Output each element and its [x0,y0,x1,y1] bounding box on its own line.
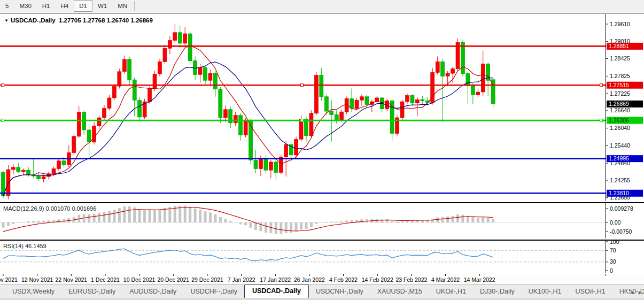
chart-tab-usdx[interactable]: USDX,Weekly [5,286,61,298]
svg-text:0: 0 [610,267,613,273]
date-label: 4 Feb 2022 [329,276,358,283]
rsi-chart[interactable]: 10070300 [0,241,644,273]
rsi-label: RSI(14) 46.1459 [3,243,46,249]
svg-text:1.24255: 1.24255 [610,177,630,183]
macd-chart[interactable]: 0.0092780.00-0.00750 [0,203,644,239]
tab-scroll-right-icon[interactable]: ► [638,290,642,295]
date-label: 12 Nov 2021 [21,276,53,283]
svg-text:1.26640: 1.26640 [610,107,630,113]
timeframe-button-d1[interactable]: D1 [74,0,92,12]
hline-handle[interactable] [2,119,4,122]
macd-panel[interactable]: 0.0092780.00-0.00750 MACD(12,26,9) 0.001… [0,203,644,240]
date-label: 20 Dec 2021 [158,276,190,283]
price-chart-panel[interactable]: 1.296101.290101.284251.278251.272251.266… [0,13,644,203]
svg-text:100: 100 [610,241,619,245]
chart-symbol-label: USDCAD-,Daily [11,17,56,24]
chart-tab-dj30[interactable]: DJ30-,Daily [473,286,522,298]
timeframe-button-mn[interactable]: MN [112,0,133,12]
svg-text:1.26869: 1.26869 [609,101,629,107]
date-label: 23 Feb 2022 [395,276,427,283]
svg-text:30: 30 [610,258,616,265]
date-label: 17 Jan 2022 [260,276,291,283]
hline-handle[interactable] [301,84,304,87]
svg-text:0.009278: 0.009278 [610,205,633,212]
svg-text:1.27825: 1.27825 [610,73,630,79]
tab-nav: ◄ ► [630,290,642,295]
date-label: 7 Jan 2022 [228,276,255,283]
candlesticks[interactable] [2,24,495,199]
chart-tab-xauusd[interactable]: XAUUSD-,M15 [370,286,429,298]
timeframe-button-5[interactable]: 5 [0,0,14,12]
price-chart[interactable]: 1.296101.290101.284251.278251.272251.266… [0,14,644,201]
trading-platform-window: 5M30H1H4D1W1MN 1.296101.290101.284251.27… [0,0,644,300]
svg-text:1.28425: 1.28425 [610,55,630,61]
macd-label: MACD(12,26,9) 0.001070 0.001696 [3,205,96,212]
timeframe-button-w1[interactable]: W1 [92,0,112,12]
date-label: 10 Dec 2021 [123,276,156,283]
date-label: 26 Jan 2022 [294,276,325,283]
svg-text:1.27515: 1.27515 [609,82,629,88]
rsi-panel[interactable]: 10070300 RSI(14) 46.1459 [0,240,644,274]
date-label: 4 Mar 2022 [431,276,460,283]
hline-handle[interactable] [301,119,304,122]
svg-text:1.29610: 1.29610 [610,21,630,27]
svg-text:1.27225: 1.27225 [610,90,630,97]
chart-tab-audusd[interactable]: AUDUSD-,Daily [122,286,183,298]
timeframe-button-h1[interactable]: H1 [37,0,56,12]
chart-ohlc-values: 1.27705 1.27768 1.26740 1.26869 [59,17,153,24]
hline-handle[interactable] [600,84,603,87]
svg-text:1.23810: 1.23810 [609,190,629,196]
chart-tab-ukoil[interactable]: UKOil-,H1 [429,286,473,298]
svg-text:1.26306: 1.26306 [609,117,629,124]
chart-tab-usdchf[interactable]: USDCHF-,Daily [183,286,244,298]
chart-title: ▼USDCAD-,Daily 1.27705 1.27768 1.26740 1… [4,17,153,24]
date-axis[interactable]: 3 Nov 202112 Nov 202122 Nov 20211 Dec 20… [0,274,644,284]
chart-tab-usdcnh[interactable]: USDCNH-,Daily [309,286,370,298]
chart-tab-bar: USDX,WeeklyEURUSD-,DailyAUDUSD-,DailyUSD… [0,284,644,298]
chart-tab-usdcad[interactable]: USDCAD-,Daily [244,284,309,298]
ma-slow-line [3,62,493,196]
hline-handle[interactable] [2,84,4,87]
svg-text:1.28851: 1.28851 [609,43,629,49]
svg-text:1.24995: 1.24995 [609,155,629,161]
svg-text:-0.00750: -0.00750 [610,228,632,235]
svg-text:1.26040: 1.26040 [610,125,630,131]
date-label: 3 Nov 2021 [0,276,18,283]
hline-handle[interactable] [600,119,603,122]
chart-tab-eurusd[interactable]: EURUSD-,Daily [61,286,122,298]
date-label: 14 Feb 2022 [362,276,393,283]
svg-text:0.00: 0.00 [610,219,621,226]
chart-tab-usoil[interactable]: USOil-,H1 [569,286,612,298]
chart-dropdown-icon[interactable]: ▼ [4,18,9,23]
date-label: 22 Nov 2021 [56,276,88,283]
date-label: 1 Dec 2021 [91,276,120,283]
date-label: 14 Mar 2022 [464,276,495,283]
timeframe-button-h4[interactable]: H4 [55,0,74,12]
svg-text:70: 70 [610,247,616,253]
timeframe-toolbar: 5M30H1H4D1W1MN [0,0,644,12]
timeframe-button-m30[interactable]: M30 [14,0,36,12]
svg-text:1.25440: 1.25440 [610,142,630,149]
toolbar-separator [134,1,135,11]
chart-tab-uk100[interactable]: UK100-,H1 [522,286,569,298]
bottom-strip [0,298,644,300]
price-axis[interactable]: 1.296101.290101.284251.278251.272251.266… [606,14,643,201]
date-label: 29 Dec 2021 [191,276,223,283]
tab-scroll-left-icon[interactable]: ◄ [630,290,634,295]
